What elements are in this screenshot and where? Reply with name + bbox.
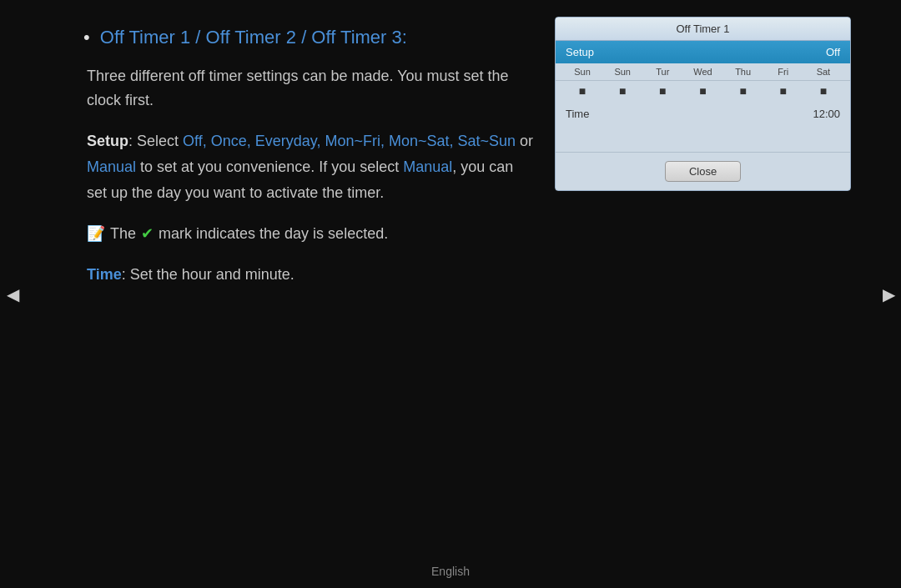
close-button[interactable]: Close [665, 161, 741, 182]
description-text: Three different off timer settings can b… [87, 64, 534, 113]
checkmark-icon: ✔ [141, 222, 154, 246]
or-manual-text: or [516, 133, 533, 149]
dialog-time-row: Time 12:00 [556, 101, 850, 127]
off-timer-3-label: Off Timer 3: [311, 27, 407, 48]
days-dots-row: ■ ■ ■ ■ ■ ■ ■ [556, 81, 850, 101]
dot-6: ■ [767, 84, 800, 98]
day-sun1: Sun [566, 67, 599, 77]
slash-1: / [195, 27, 205, 48]
dialog-time-label: Time [566, 108, 589, 120]
left-arrow-icon: ◀ [7, 284, 19, 304]
dialog-title-bar: Off Timer 1 [556, 18, 850, 41]
dialog-title: Off Timer 1 [676, 23, 729, 35]
dialog-spacer [556, 127, 850, 152]
note-icon: 📝 [87, 222, 105, 246]
time-section: Time: Set the hour and minute. [87, 263, 534, 287]
next-arrow[interactable]: ▶ [876, 269, 901, 319]
bullet-icon: • [83, 27, 90, 48]
day-sat: Sat [807, 67, 840, 77]
dialog-setup-value: Off [826, 46, 840, 58]
right-arrow-icon: ▶ [883, 284, 895, 304]
time-colon: : Set the hour and minute. [122, 266, 294, 283]
dialog-setup-row[interactable]: Setup Off [556, 41, 850, 63]
day-tur: Tur [646, 67, 679, 77]
setup-section: Setup: Select Off, Once, Everyday, Mon~F… [87, 128, 534, 205]
setup-options: Off, Once, Everyday, Mon~Fri, Mon~Sat, S… [183, 133, 516, 149]
dot-4: ■ [686, 84, 719, 98]
footer: English [0, 565, 901, 578]
note-text-before: The [110, 222, 136, 246]
prev-arrow[interactable]: ◀ [0, 269, 25, 319]
note-section: 📝 The ✔ mark indicates the day is select… [87, 222, 534, 246]
day-thu: Thu [727, 67, 760, 77]
day-fri: Fri [767, 67, 800, 77]
setup-colon: : Select [128, 133, 183, 149]
slash-2: / [301, 27, 311, 48]
setup-label: Setup [87, 133, 128, 149]
off-timer-dialog: Off Timer 1 Setup Off Sun Sun Tur Wed Th… [555, 17, 851, 191]
dialog-setup-label: Setup [566, 46, 594, 58]
dialog-time-value: 12:00 [813, 108, 840, 120]
off-timer-2-label: Off Timer 2 [206, 27, 296, 48]
off-timer-1-label: Off Timer 1 [100, 27, 190, 48]
manual-label-1: Manual [87, 158, 136, 175]
note-text-after: mark indicates the day is selected. [159, 222, 388, 246]
manual-label-2: Manual [403, 158, 452, 175]
content-area: • Off Timer 1 / Off Timer 2 / Off Timer … [67, 8, 551, 304]
day-sun2: Sun [606, 67, 639, 77]
days-header-row: Sun Sun Tur Wed Thu Fri Sat [556, 63, 850, 81]
day-wed: Wed [686, 67, 719, 77]
page-title: • Off Timer 1 / Off Timer 2 / Off Timer … [83, 25, 534, 51]
dot-3: ■ [646, 84, 679, 98]
footer-text: English [431, 565, 470, 578]
dot-1: ■ [566, 84, 599, 98]
time-label: Time [87, 266, 122, 283]
dot-5: ■ [727, 84, 760, 98]
dialog-close-row: Close [556, 152, 850, 190]
dot-7: ■ [807, 84, 840, 98]
dot-2: ■ [606, 84, 639, 98]
setup-suffix: to set at you convenience. If you select [136, 158, 403, 175]
